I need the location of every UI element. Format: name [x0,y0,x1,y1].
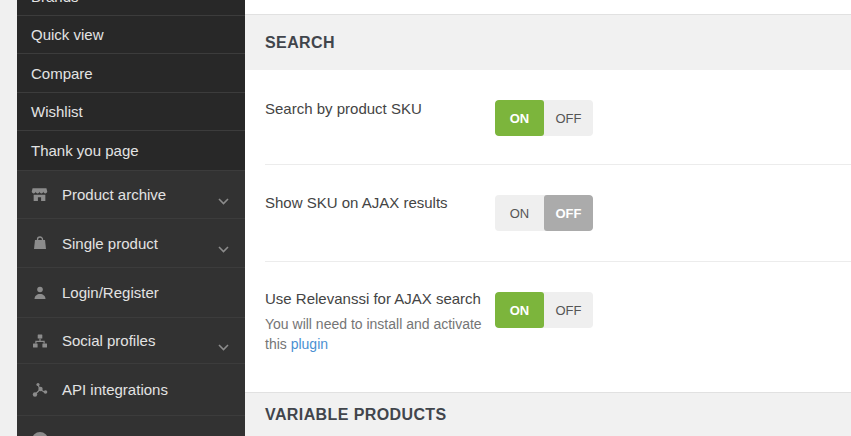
option-row-show-sku-ajax: Show SKU on AJAX results ON OFF [245,165,851,262]
sidebar-item-label: Quick view [31,26,104,43]
sidebar-item-label: Compare [31,65,93,82]
user-icon [31,284,48,301]
toggle-off-button[interactable]: OFF [544,195,593,231]
plugin-link[interactable]: plugin [291,336,328,352]
chevron-down-icon [218,239,229,256]
sidebar-item-wishlist[interactable]: Wishlist [17,92,245,130]
sidebar-item-thank-you-page[interactable]: Thank you page [17,130,245,170]
toggle-show-sku-ajax: ON OFF [495,195,593,231]
sidebar-item-label: Thank you page [31,142,139,159]
toggle-search-by-sku: ON OFF [495,100,593,136]
settings-main-pane: SEARCH Search by product SKU ON OFF Show… [245,0,851,436]
sidebar-item-label: API integrations [62,381,168,398]
search-section-header: SEARCH [245,14,851,70]
sidebar-item-quick-view[interactable]: Quick view [17,15,245,53]
sidebar-item-label: Login/Register [62,284,159,301]
option-label: Show SKU on AJAX results [265,194,448,211]
chevron-down-icon [218,337,229,354]
storefront-icon [31,186,48,203]
sidebar-item-login-register[interactable]: Login/Register [17,267,245,317]
toggle-on-button[interactable]: ON [495,100,544,136]
sidebar-item-partial[interactable] [17,415,245,436]
sidebar-item-label: Social profiles [62,332,155,349]
toggle-on-button[interactable]: ON [495,292,544,328]
shopping-bag-icon [31,235,48,252]
sidebar-item-label: Wishlist [31,103,83,120]
chevron-down-icon [218,191,229,208]
toggle-off-button[interactable]: OFF [544,292,593,328]
partial-icon [32,432,48,436]
sidebar-item-brands[interactable]: Brands [17,0,245,15]
toggle-relevanssi: ON OFF [495,292,593,328]
search-option-rows: Search by product SKU ON OFF Show SKU on… [245,70,851,392]
sidebar-item-compare[interactable]: Compare [17,53,245,92]
sidebar-item-label: Product archive [62,186,166,203]
variable-products-section-header: VARIABLE PRODUCTS [245,392,851,436]
settings-sidebar: Brands Quick view Compare Wishlist Thank… [17,0,245,436]
page-gutter [0,0,17,436]
option-helper-text: You will need to install and activate th… [265,314,490,354]
sidebar-item-single-product[interactable]: Single product [17,218,245,267]
option-label: Search by product SKU [265,100,422,117]
section-heading: VARIABLE PRODUCTS [265,406,447,424]
share-nodes-icon [31,381,48,398]
sidebar-item-label: Brands [31,0,79,5]
option-label: Use Relevanssi for AJAX search [265,290,481,307]
option-row-search-by-sku: Search by product SKU ON OFF [245,70,851,165]
section-heading: SEARCH [265,34,335,52]
sitemap-icon [31,332,48,349]
sidebar-item-label: Single product [62,235,158,252]
option-row-relevanssi: Use Relevanssi for AJAX search You will … [245,262,851,392]
sidebar-item-social-profiles[interactable]: Social profiles [17,317,245,363]
sidebar-item-api-integrations[interactable]: API integrations [17,363,245,415]
toggle-off-button[interactable]: OFF [544,100,593,136]
settings-screen: Brands Quick view Compare Wishlist Thank… [0,0,851,436]
toggle-on-button[interactable]: ON [495,195,544,231]
sidebar-item-product-archive[interactable]: Product archive [17,170,245,218]
